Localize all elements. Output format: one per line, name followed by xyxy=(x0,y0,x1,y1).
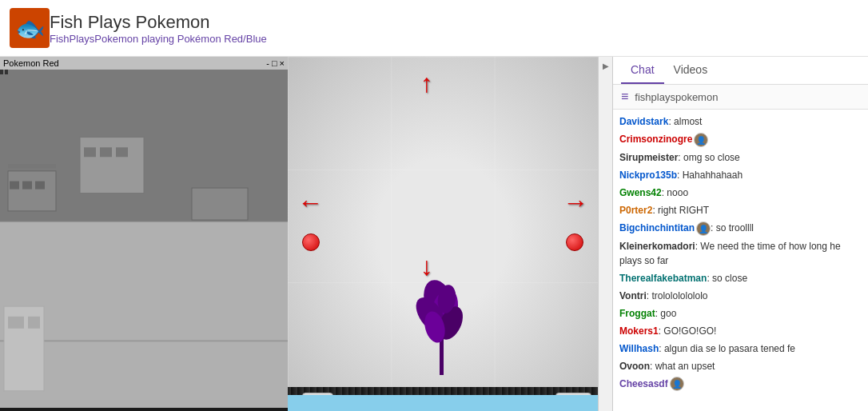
chat-message: Froggat: goo xyxy=(619,306,862,321)
chat-message: Nickpro135b: Hahahhahaah xyxy=(619,168,862,182)
chat-message-text: : goo xyxy=(655,308,677,319)
svg-rect-3 xyxy=(8,171,56,211)
hamburger-icon: ≡ xyxy=(621,90,628,104)
chat-username[interactable]: Gwens42 xyxy=(619,187,662,198)
svg-rect-16 xyxy=(5,70,8,74)
video-area: Pokemon Red - □ × xyxy=(0,57,598,411)
chat-message: Davidstark: almost xyxy=(619,114,862,129)
chat-message-text: : nooo xyxy=(662,187,688,198)
tab-videos[interactable]: Videos xyxy=(664,57,718,84)
svg-rect-9 xyxy=(84,147,96,157)
chat-username[interactable]: Kleinerkomadori xyxy=(619,241,695,252)
channel-title: Fish Plays Pokemon xyxy=(50,12,267,33)
chat-username[interactable]: Vontri xyxy=(619,290,647,301)
arrow-down: ↓ xyxy=(420,252,433,281)
svg-rect-4 xyxy=(10,182,19,190)
arrow-left: ← xyxy=(297,187,323,217)
svg-rect-5 xyxy=(22,182,32,190)
chat-message-text: : GO!GO!GO! xyxy=(659,325,717,337)
chat-username[interactable]: Mokers1 xyxy=(619,325,659,337)
fish-tank: ← → ↑ ↓ START SELECT xyxy=(288,57,598,411)
arrow-right: → xyxy=(563,187,588,217)
chat-message-text: : so troollll xyxy=(711,222,754,233)
chat-username[interactable]: Bigchinchintitan xyxy=(619,222,695,233)
chat-message: Ovoon: what an upset xyxy=(619,359,862,373)
chat-message: Bigchinchintitan👤: so troollll xyxy=(619,221,862,236)
chat-message-text: : almost xyxy=(668,116,702,127)
user-avatar: 👤 xyxy=(670,377,684,391)
chat-username[interactable]: Davidstark xyxy=(619,116,668,127)
chat-message: Mokers1: GO!GO!GO! xyxy=(619,324,862,338)
chat-message-text: : what an upset xyxy=(650,361,715,372)
chat-message: Willhash: algun dia se lo pasara tened f… xyxy=(619,341,862,356)
svg-rect-12 xyxy=(192,188,248,220)
chat-username[interactable]: Willhash xyxy=(619,343,659,354)
main-content: Pokemon Red - □ × xyxy=(0,57,868,411)
channel-link[interactable]: FishPlaysPokemon xyxy=(50,33,138,45)
chat-message-text: : right RIGHT xyxy=(652,205,709,216)
chat-username[interactable]: Ovoon xyxy=(619,361,650,372)
chat-message: Vontri: trololololololo xyxy=(619,289,862,303)
chat-message: P0rter2: right RIGHT xyxy=(619,203,862,217)
playing-text: playing Pokémon Red/Blue xyxy=(141,33,267,45)
chat-tabs: Chat Videos xyxy=(613,57,868,85)
chat-username[interactable]: Nickpro135b xyxy=(619,170,677,181)
chat-message: Kleinerkomadori: We need the time of how… xyxy=(619,239,862,268)
chat-header-bar: ≡ fishplayspokemon xyxy=(613,85,868,110)
channel-avatar xyxy=(10,8,50,48)
window-controls[interactable]: - □ × xyxy=(266,58,285,68)
chat-message: Gwens42: nooo xyxy=(619,186,862,200)
page-header: Fish Plays Pokemon FishPlaysPokemon play… xyxy=(0,0,868,57)
header-text: Fish Plays Pokemon FishPlaysPokemon play… xyxy=(50,12,267,45)
chat-username[interactable]: Crimsonzinogre xyxy=(619,134,692,145)
pokemon-window: Pokemon Red - □ × xyxy=(0,57,288,411)
chat-channel-name: fishplayspokemon xyxy=(635,91,718,103)
game-title-bar: Pokemon Red - □ × xyxy=(0,57,288,70)
svg-rect-10 xyxy=(100,147,112,157)
tank-background: ← → ↑ ↓ START SELECT xyxy=(288,57,598,411)
chat-messages[interactable]: Davidstark: almostCrimsonzinogre👤Sirupme… xyxy=(613,110,868,411)
chat-message: Therealfakebatman: so close xyxy=(619,271,862,285)
chat-message-text: : trololololololo xyxy=(647,290,708,301)
chat-username[interactable]: Therealfakebatman xyxy=(619,273,707,284)
chat-username[interactable]: P0rter2 xyxy=(619,205,652,216)
red-circle-left xyxy=(302,233,320,251)
svg-rect-15 xyxy=(0,70,3,74)
game-scene-svg xyxy=(0,70,288,408)
svg-rect-7 xyxy=(8,164,56,168)
chat-username[interactable]: Sirupmeister xyxy=(619,152,678,163)
game-area xyxy=(0,70,288,408)
channel-subtitle: FishPlaysPokemon playing Pokémon Red/Blu… xyxy=(50,33,267,45)
chat-message-text: : omg so close xyxy=(678,152,739,163)
chat-message-text: : algun dia se lo pasara tened fe xyxy=(659,343,795,354)
chat-message: Crimsonzinogre👤 xyxy=(619,132,862,147)
tank-bottom-bar xyxy=(288,395,598,411)
chat-message-text: : so close xyxy=(707,273,747,284)
tab-chat[interactable]: Chat xyxy=(621,57,664,84)
chat-sidebar: Chat Videos ≡ fishplayspokemon Davidstar… xyxy=(612,57,868,411)
svg-rect-8 xyxy=(80,138,144,194)
arrow-up: ↑ xyxy=(420,69,433,98)
chat-username[interactable]: Cheesasdf xyxy=(619,378,668,389)
svg-rect-6 xyxy=(35,182,45,190)
chat-message-text: : Hahahhahaah xyxy=(677,170,743,181)
user-avatar: 👤 xyxy=(696,221,711,236)
user-avatar: 👤 xyxy=(694,133,708,147)
chat-username[interactable]: Froggat xyxy=(619,308,655,319)
svg-rect-20 xyxy=(28,317,40,329)
sidebar-collapse-button[interactable]: ▶ xyxy=(598,57,612,411)
chat-message: Cheesasdf👤 xyxy=(619,377,862,392)
svg-rect-19 xyxy=(8,317,24,329)
arrow-overlay: ← → ↑ ↓ xyxy=(288,57,598,411)
svg-rect-11 xyxy=(116,147,128,157)
game-screen: Pokemon Red - □ × xyxy=(0,57,598,411)
collapse-icon: ▶ xyxy=(603,62,609,70)
chat-message: Sirupmeister: omg so close xyxy=(619,150,862,165)
red-circle-right xyxy=(566,233,583,251)
game-title: Pokemon Red xyxy=(3,58,59,68)
